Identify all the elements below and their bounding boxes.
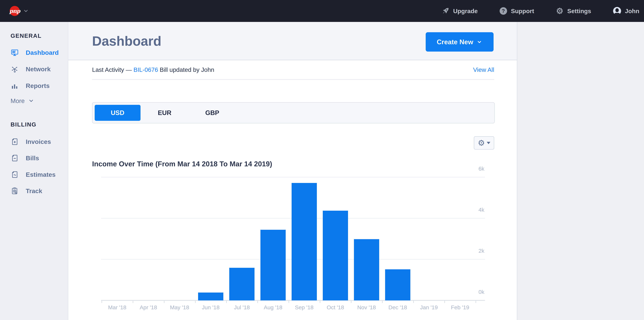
chart-bar (198, 292, 223, 300)
avatar-icon (613, 7, 621, 15)
sidebar-item-bills[interactable]: Bills (10, 152, 66, 165)
sidebar-item-invoices[interactable]: Invoices (10, 135, 66, 148)
x-axis-tick (476, 301, 476, 303)
sidebar-section-general: GENERAL (10, 29, 66, 42)
sidebar-item-track[interactable]: Track (10, 184, 66, 197)
chevron-down-icon (643, 8, 644, 14)
brand-logo-text: pnp (9, 8, 20, 14)
chart-bar (260, 230, 286, 300)
x-tick-label: Sep '18 (289, 304, 320, 310)
top-navbar: pnp Upgrade ? Support ⚙ Settin (0, 0, 644, 22)
x-tick-label: Feb '19 (444, 304, 476, 310)
sidebar-item-dashboard[interactable]: Dashboard (10, 46, 66, 59)
x-axis-tick (351, 301, 351, 303)
settings-label: Settings (567, 8, 591, 15)
income-bar-chart: 0k2k4k6kMar '18Apr '18May '18Jun '18Jul … (68, 22, 517, 320)
x-axis-tick (226, 301, 227, 303)
right-background-panel (517, 22, 644, 320)
x-tick-label: May '18 (164, 304, 195, 310)
y-tick-label: 6k (478, 166, 484, 172)
x-tick-label: Aug '18 (258, 304, 289, 310)
brand-logo: pnp (10, 6, 20, 16)
sidebar: GENERAL Dashboard Network (0, 22, 68, 320)
x-axis-tick (195, 301, 196, 303)
support-button[interactable]: ? Support (500, 7, 534, 15)
x-tick-label: Apr '18 (133, 304, 164, 310)
y-tick-label: 0k (478, 289, 484, 295)
network-icon (10, 65, 19, 73)
x-axis-tick (382, 301, 382, 303)
chevron-down-icon (28, 98, 34, 104)
estimate-tilde-icon (10, 170, 19, 179)
upgrade-label: Upgrade (453, 8, 478, 15)
support-label: Support (511, 8, 534, 15)
x-axis-tick (164, 301, 164, 303)
gridline (101, 177, 485, 177)
question-icon: ? (500, 7, 507, 15)
chevron-down-icon (23, 8, 29, 14)
sidebar-item-network[interactable]: Network (10, 63, 66, 76)
x-tick-label: Dec '18 (382, 304, 413, 310)
gear-icon: ⚙ (556, 7, 563, 15)
bar-chart-icon (10, 82, 19, 90)
user-name: John (625, 8, 639, 15)
x-axis-tick (413, 301, 414, 303)
invoice-plus-icon (10, 138, 19, 146)
x-axis-tick (133, 301, 133, 303)
x-axis-tick (289, 301, 289, 303)
x-tick-label: Mar '18 (102, 304, 133, 310)
x-tick-label: Jan '19 (413, 304, 444, 310)
x-tick-label: Nov '18 (351, 304, 382, 310)
monitor-icon (10, 49, 19, 57)
x-axis-tick (258, 301, 258, 303)
chart-bar (354, 239, 379, 300)
settings-button[interactable]: ⚙ Settings (556, 7, 591, 15)
rocket-icon (442, 7, 449, 15)
bill-minus-icon (10, 154, 19, 162)
x-tick-label: Oct '18 (320, 304, 351, 310)
upgrade-button[interactable]: Upgrade (442, 7, 478, 15)
x-tick-label: Jun '18 (195, 304, 226, 310)
clipboard-check-icon (10, 187, 19, 195)
x-axis-tick (320, 301, 320, 303)
chart-bar (229, 268, 254, 300)
y-tick-label: 2k (478, 248, 484, 254)
sidebar-item-estimates[interactable]: Estimates (10, 168, 66, 181)
x-axis-tick (102, 301, 102, 303)
sidebar-item-reports[interactable]: Reports (10, 79, 66, 92)
x-axis-tick (444, 301, 445, 303)
sidebar-section-billing: BILLING (10, 118, 66, 131)
main-content: Dashboard Create New Last Activity — BIL… (68, 22, 517, 320)
chart-bar (385, 269, 410, 300)
brand-menu[interactable]: pnp (10, 6, 29, 16)
y-tick-label: 4k (478, 207, 484, 213)
topbar-actions: Upgrade ? Support ⚙ Settings John (442, 7, 644, 15)
x-tick-label: Jul '18 (226, 304, 258, 310)
user-menu[interactable]: John (613, 7, 644, 15)
chart-bar (323, 211, 348, 300)
sidebar-more-toggle[interactable]: More (10, 94, 66, 107)
chart-bar (292, 183, 317, 300)
